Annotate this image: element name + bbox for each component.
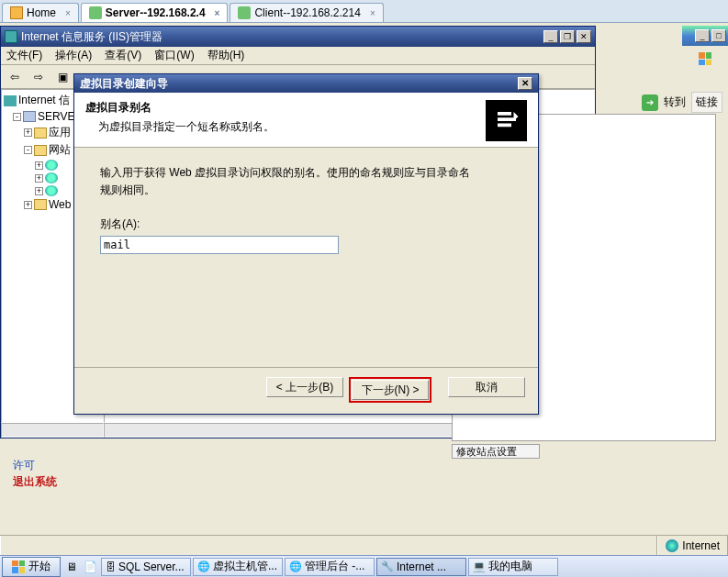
task-mycomputer[interactable]: 💻 我的电脑 [468, 558, 558, 576]
next-button[interactable]: 下一步(N) > [352, 380, 429, 400]
next-button-highlight: 下一步(N) > [349, 377, 431, 403]
tab-client[interactable]: Client--192.168.2.214 × [230, 3, 383, 22]
task-sql[interactable]: 🗄 SQL Server... [101, 558, 191, 576]
wizard-instruction-2: 规则相同。 [100, 182, 512, 199]
expand-icon[interactable]: + [35, 174, 43, 183]
windows-taskbar: 开始 🖥 📄 🗄 SQL Server... 🌐 虚拟主机管... 🌐 管理后台… [0, 555, 728, 577]
minimize-button[interactable]: _ [695, 29, 710, 42]
windows-flag-icon [699, 52, 722, 71]
client-icon [238, 6, 251, 19]
globe-icon [45, 172, 58, 183]
minimize-button[interactable]: _ [543, 30, 558, 43]
link-exit-system[interactable]: 退出系统 [13, 473, 57, 490]
address-bar-right: ➔ 转到 链接 [642, 92, 722, 113]
iis-menubar: 文件(F) 操作(A) 查看(V) 窗口(W) 帮助(H) [1, 47, 595, 65]
tab-home[interactable]: Home × [2, 3, 79, 22]
tab-client-label: Client--192.168.2.214 [254, 6, 360, 19]
globe-icon [45, 160, 58, 171]
tree-websites[interactable]: 网站 [49, 142, 71, 158]
go-label[interactable]: 转到 [664, 94, 686, 110]
menu-view[interactable]: 查看(V) [105, 48, 141, 63]
wizard-footer: < 上一步(B) 下一步(N) > 取消 [74, 367, 538, 403]
expand-icon[interactable]: + [35, 161, 43, 170]
server-icon [23, 111, 36, 122]
tree-webext[interactable]: Web [49, 198, 71, 211]
globe-icon [666, 539, 678, 552]
iis-app-icon [5, 30, 17, 43]
menu-action[interactable]: 操作(A) [55, 48, 92, 63]
expand-icon[interactable]: + [24, 128, 32, 137]
task-admin[interactable]: 🌐 管理后台 -... [285, 558, 375, 576]
menu-file[interactable]: 文件(F) [6, 48, 42, 63]
wizard-title: 虚拟目录创建向导 [80, 76, 168, 92]
up-button[interactable]: ▣ [52, 67, 73, 87]
expand-icon[interactable]: + [24, 201, 32, 209]
wizard-heading: 虚拟目录别名 [85, 100, 274, 116]
link-permit[interactable]: 许可 [13, 457, 57, 473]
tree-root[interactable]: Internet 信 [18, 93, 70, 108]
back-button[interactable]: < 上一步(B) [266, 377, 343, 397]
wizard-body: 输入用于获得 Web 虚拟目录访问权限的别名。使用的命名规则应与目录命名 规则相… [74, 148, 538, 271]
status-left [0, 536, 657, 555]
close-button[interactable]: ✕ [518, 77, 532, 90]
modify-site-settings[interactable]: 修改站点设置 [452, 444, 540, 459]
folder-icon [34, 145, 47, 156]
start-label: 开始 [28, 559, 50, 574]
forward-button[interactable]: ⇨ [28, 67, 49, 87]
tree-apppools[interactable]: 应用 [49, 125, 71, 140]
tab-server-label: Server--192.168.2.4 [106, 6, 206, 19]
windows-flag-icon [12, 560, 25, 573]
menu-window[interactable]: 窗口(W) [154, 48, 194, 63]
virtual-directory-wizard: 虚拟目录创建向导 ✕ 虚拟目录别名 为虚拟目录指定一个短名称或别名。 输入用于获… [73, 73, 539, 415]
globe-icon [45, 185, 58, 196]
task-iis[interactable]: 🔧 Internet ... [376, 558, 466, 576]
wizard-subheading: 为虚拟目录指定一个短名称或别名。 [85, 119, 274, 135]
maximize-button[interactable]: □ [711, 29, 726, 42]
status-zone: Internet [657, 536, 728, 555]
alias-label: 别名(A): [100, 216, 512, 233]
task-vhost[interactable]: 🌐 虚拟主机管... [193, 558, 283, 576]
collapse-icon[interactable]: - [24, 146, 32, 154]
expand-icon[interactable]: + [35, 187, 43, 195]
wizard-header: 虚拟目录别名 为虚拟目录指定一个短名称或别名。 [74, 93, 538, 148]
left-nav-links: 许可 退出系统 [13, 457, 57, 490]
menu-help[interactable]: 帮助(H) [207, 48, 245, 63]
folder-icon [34, 128, 47, 139]
restore-button[interactable]: ❐ [560, 30, 575, 43]
iis-titlebar: Internet 信息服务 (IIS)管理器 _ ❐ ✕ [1, 27, 595, 47]
quicklaunch-app[interactable]: 📄 [81, 558, 99, 576]
back-button[interactable]: ⇦ [5, 67, 25, 87]
os-window-controls: _ □ [682, 26, 728, 46]
wizard-titlebar: 虚拟目录创建向导 ✕ [74, 74, 538, 93]
collapse-icon[interactable]: - [13, 113, 21, 121]
folder-icon [34, 199, 47, 210]
cancel-button[interactable]: 取消 [448, 377, 525, 397]
status-internet: Internet [682, 539, 720, 552]
server-icon [89, 6, 102, 19]
close-button[interactable]: ✕ [577, 30, 591, 43]
browser-statusbar: Internet [0, 535, 728, 555]
wizard-instruction-1: 输入用于获得 Web 虚拟目录访问权限的别名。使用的命名规则应与目录命名 [100, 164, 512, 182]
go-button-icon[interactable]: ➔ [642, 94, 658, 111]
start-button[interactable]: 开始 [2, 557, 61, 577]
close-icon[interactable]: × [370, 8, 375, 18]
browser-tab-bar: Home × Server--192.168.2.4 × Client--192… [0, 0, 728, 23]
links-button[interactable]: 链接 [691, 92, 722, 113]
iis-title: Internet 信息服务 (IIS)管理器 [21, 29, 162, 45]
tab-server[interactable]: Server--192.168.2.4 × [81, 3, 229, 22]
tree-hscrollbar[interactable] [1, 423, 104, 438]
tab-home-label: Home [27, 6, 56, 19]
iis-root-icon [4, 95, 17, 106]
close-icon[interactable]: × [65, 8, 71, 18]
wizard-banner-icon [486, 100, 527, 141]
home-icon [10, 6, 23, 19]
close-icon[interactable]: × [215, 8, 220, 18]
alias-input[interactable] [100, 236, 339, 254]
quicklaunch-desktop[interactable]: 🖥 [62, 558, 81, 576]
